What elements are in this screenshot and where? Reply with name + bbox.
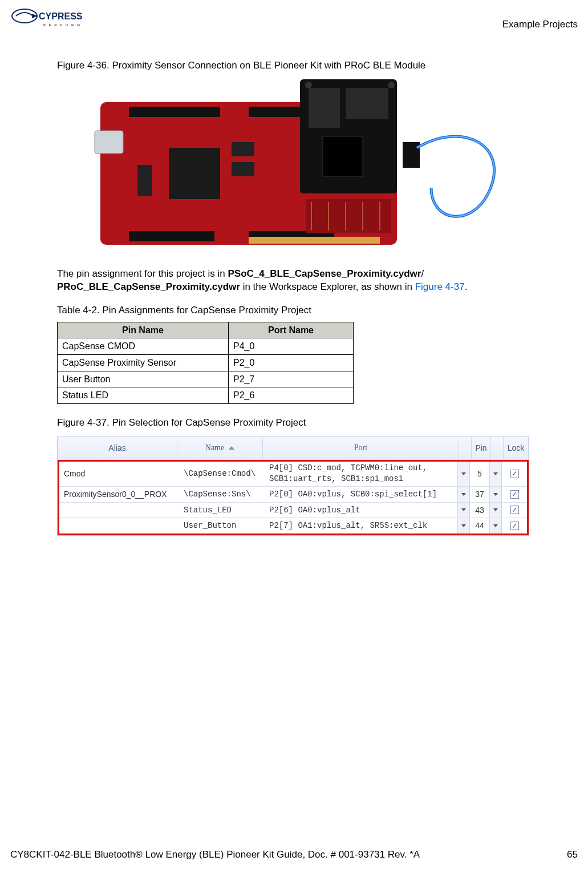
port-cell[interactable]: P2[0] OA0:vplus, SCB0:spi_select[1] — [265, 487, 457, 502]
col-alias[interactable]: Alias — [58, 437, 177, 459]
alias-cell[interactable]: Cmod — [59, 462, 179, 486]
page-footer: CY8CKIT-042-BLE Bluetooth® Low Energy (B… — [10, 848, 578, 862]
col-pin[interactable]: Pin — [472, 437, 491, 459]
grid-row: Cmod \CapSense:Cmod\ P4[0] CSD:c_mod, TC… — [59, 462, 527, 487]
cell: P2_7 — [229, 371, 354, 387]
pin-cell[interactable]: 44 — [470, 518, 489, 534]
pin-cell[interactable]: 37 — [470, 487, 489, 502]
para-bold-2: PRoC_BLE_CapSense_Proximity.cydwr — [57, 281, 240, 292]
port-dropdown[interactable] — [457, 518, 470, 534]
checkbox-checked-icon — [510, 506, 519, 514]
cypress-logo: CYPRESS P E R F O R M — [10, 6, 84, 34]
col-name-label: Name — [205, 443, 224, 454]
pin-assignment-paragraph: The pin assignment for this project is i… — [57, 268, 531, 294]
checkbox-checked-icon — [510, 490, 519, 499]
grid-row: Status_LED P2[6] OA0:vplus_alt 43 — [59, 503, 527, 519]
svg-rect-13 — [306, 199, 391, 233]
svg-rect-11 — [232, 162, 254, 176]
table-row: User ButtonP2_7 — [58, 371, 354, 387]
name-cell: User_Button — [179, 518, 265, 534]
pin-assignment-table: Pin Name Port Name CapSense CMODP4_0 Cap… — [57, 322, 354, 404]
grid-row: ProximitySensor0_0__PROX \CapSense:Sns\ … — [59, 487, 527, 503]
port-dropdown[interactable] — [457, 487, 470, 502]
para-bold-1: PSoC_4_BLE_CapSense_Proximity.cydwr — [228, 268, 421, 279]
svg-rect-22 — [323, 136, 363, 176]
sort-asc-icon — [229, 446, 234, 450]
logo-text: CYPRESS — [39, 11, 83, 21]
svg-point-24 — [388, 82, 395, 88]
table-row: CapSense CMODP4_0 — [58, 338, 354, 355]
chevron-down-icon — [493, 472, 498, 475]
col-name[interactable]: Name — [177, 437, 263, 459]
figure-4-37-caption: Figure 4-37. Pin Selection for CapSense … — [57, 417, 531, 430]
board-photo — [78, 79, 511, 250]
port-cell[interactable]: P2[6] OA0:vplus_alt — [265, 503, 457, 518]
port-cell[interactable]: P2[7] OA1:vplus_alt, SRSS:ext_clk — [265, 518, 457, 534]
grid-body: Cmod \CapSense:Cmod\ P4[0] CSD:c_mod, TC… — [58, 460, 529, 536]
port-dropdown[interactable] — [457, 462, 470, 486]
checkbox-checked-icon — [510, 470, 519, 478]
svg-rect-8 — [95, 131, 123, 153]
port-dropdown[interactable] — [457, 503, 470, 518]
svg-rect-26 — [249, 237, 380, 244]
para-slash: / — [421, 268, 424, 279]
svg-rect-10 — [232, 142, 254, 156]
para-dot: . — [465, 281, 468, 292]
cell: User Button — [58, 371, 229, 387]
grid-header: Alias Name Port Pin Lock — [58, 437, 529, 460]
port-cell[interactable]: P4[0] CSD:c_mod, TCPWM0:line_out, SCB1:u… — [265, 462, 457, 486]
alias-cell[interactable]: ProximitySensor0_0__PROX — [59, 487, 179, 502]
table-row: CapSense Proximity SensorP2_0 — [58, 354, 354, 371]
doc-id: CY8CKIT-042-BLE Bluetooth® Low Energy (B… — [10, 848, 420, 862]
lock-cell[interactable] — [502, 503, 527, 518]
cell: P2_6 — [229, 387, 354, 404]
page-content: Figure 4-36. Proximity Sensor Connection… — [0, 34, 588, 536]
section-label: Example Projects — [502, 6, 578, 31]
chevron-down-icon — [461, 524, 466, 527]
pin-dropdown[interactable] — [489, 503, 502, 518]
cell: P2_0 — [229, 354, 354, 371]
pin-cell[interactable]: 5 — [470, 462, 489, 486]
col-pin-name: Pin Name — [58, 322, 229, 338]
lock-cell[interactable] — [502, 487, 527, 502]
pin-selection-grid: Alias Name Port Pin Lock Cmod \CapSense:… — [57, 436, 529, 536]
logo-subtext: P E R F O R M — [43, 23, 81, 27]
name-cell: \CapSense:Sns\ — [179, 487, 265, 502]
cell: CapSense Proximity Sensor — [58, 354, 229, 371]
pin-dropdown[interactable] — [489, 487, 502, 502]
figure-4-36-caption: Figure 4-36. Proximity Sensor Connection… — [57, 59, 531, 72]
svg-rect-25 — [403, 142, 420, 168]
svg-rect-9 — [169, 148, 220, 199]
pin-dropdown[interactable] — [489, 518, 502, 534]
cell: P4_0 — [229, 338, 354, 355]
chevron-down-icon — [493, 508, 498, 511]
chevron-down-icon — [493, 524, 498, 527]
lock-cell[interactable] — [502, 462, 527, 486]
figure-4-37-link[interactable]: Figure 4-37 — [415, 281, 465, 292]
col-port[interactable]: Port — [263, 437, 459, 459]
cell: Status LED — [58, 387, 229, 404]
checkbox-checked-icon — [510, 522, 519, 530]
alias-cell[interactable] — [59, 518, 179, 534]
page-number: 65 — [567, 848, 578, 862]
alias-cell[interactable] — [59, 503, 179, 518]
name-cell: Status_LED — [179, 503, 265, 518]
svg-rect-12 — [137, 165, 152, 196]
chevron-down-icon — [461, 472, 466, 475]
pin-cell[interactable]: 43 — [470, 503, 489, 518]
cell: CapSense CMOD — [58, 338, 229, 355]
col-port-name: Port Name — [229, 322, 354, 338]
svg-point-23 — [305, 82, 312, 88]
lock-cell[interactable] — [502, 518, 527, 534]
name-cell: \CapSense:Cmod\ — [179, 462, 265, 486]
col-lock[interactable]: Lock — [504, 437, 529, 459]
para-text-1: The pin assignment for this project is i… — [57, 268, 228, 279]
svg-rect-20 — [309, 88, 340, 128]
para-text-2: in the Workspace Explorer, as shown in — [240, 281, 415, 292]
pin-dropdown[interactable] — [489, 462, 502, 486]
grid-row: User_Button P2[7] OA1:vplus_alt, SRSS:ex… — [59, 518, 527, 534]
chevron-down-icon — [461, 508, 466, 511]
table-4-2-caption: Table 4-2. Pin Assignments for CapSense … — [57, 304, 531, 317]
chevron-down-icon — [493, 493, 498, 496]
svg-rect-21 — [346, 88, 388, 119]
